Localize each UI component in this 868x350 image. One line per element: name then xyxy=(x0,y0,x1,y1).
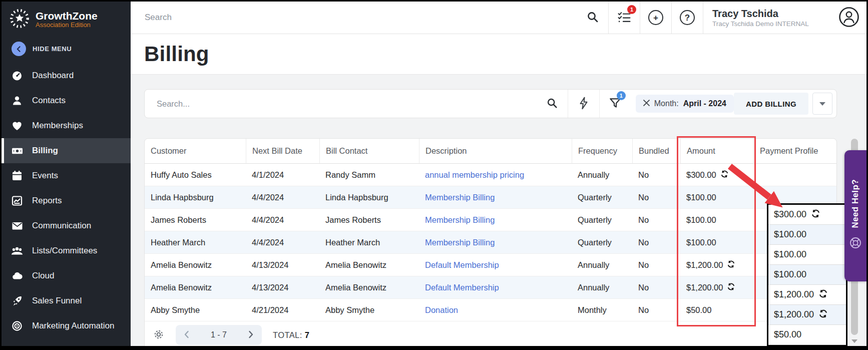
sidebar-item-marketing-automation[interactable]: Marketing Automation xyxy=(2,313,131,338)
next-bill-date-cell: 4/13/2024 xyxy=(246,254,319,276)
description-link[interactable]: Donation xyxy=(425,305,458,315)
callout-amount-row: $50.00 xyxy=(768,325,846,345)
column-header-payment-profile[interactable]: Payment Profile xyxy=(753,139,836,163)
recurring-icon xyxy=(811,209,820,221)
column-header-bill-contact[interactable]: Bill Contact xyxy=(319,139,419,163)
remove-filter-button[interactable] xyxy=(643,100,650,108)
description-link[interactable]: annual membership pricing xyxy=(425,170,524,180)
frequency-cell: Annually xyxy=(572,164,632,186)
frequency-cell: Quarterly xyxy=(572,209,632,231)
filters-button[interactable]: 1 xyxy=(600,90,631,118)
previous-page-button[interactable] xyxy=(183,330,191,340)
frequency-cell: Annually xyxy=(572,254,632,276)
user-menu[interactable]: Tracy Tschida Tracy Tschida Demo INTERNA… xyxy=(703,8,838,28)
chevron-left-icon xyxy=(12,42,26,56)
table-settings-button[interactable] xyxy=(153,328,165,342)
sidebar-item-label: Reports xyxy=(32,196,62,206)
amount-cell: $100.00 xyxy=(680,186,753,208)
frequency-cell: Quarterly xyxy=(572,231,632,253)
column-header-customer[interactable]: Customer xyxy=(145,139,246,163)
bundled-cell: No xyxy=(632,209,680,231)
bundled-cell: No xyxy=(632,276,680,298)
recurring-icon xyxy=(727,260,735,270)
description-link[interactable]: Default Membership xyxy=(425,283,499,292)
search-icon xyxy=(546,97,558,111)
hide-menu-button[interactable]: HIDE MENU xyxy=(2,36,131,60)
user-name: Tracy Tschida xyxy=(712,8,828,20)
amount-cell: $300.00 xyxy=(680,164,753,186)
amount-value: $50.00 xyxy=(774,329,801,340)
customer-cell: Linda Hapbsburg xyxy=(145,186,246,208)
bundled-cell: No xyxy=(632,231,680,253)
description-link[interactable]: Default Membership xyxy=(425,260,499,270)
amount-value: $100.00 xyxy=(774,249,806,260)
sidebar-item-communication[interactable]: Communication xyxy=(2,213,131,238)
brand: GrowthZone Association Edition xyxy=(2,2,131,36)
total-count: TOTAL: 7 xyxy=(273,330,309,340)
bundled-cell: No xyxy=(632,254,680,276)
need-help-tab[interactable]: Need Help? xyxy=(844,150,866,281)
column-header-description[interactable]: Description xyxy=(419,139,572,163)
sidebar-item-label: Events xyxy=(32,171,58,181)
next-page-button[interactable] xyxy=(247,330,255,340)
add-billing-button[interactable]: ADD BILLING xyxy=(734,93,808,115)
add-billing-dropdown-button[interactable] xyxy=(812,93,832,115)
payment-profile-cell xyxy=(753,164,836,186)
table-search-input[interactable] xyxy=(145,99,537,109)
sidebar-item-events[interactable]: Events xyxy=(2,163,131,188)
bill-contact-cell: Randy Samm xyxy=(319,164,419,186)
avatar-button[interactable] xyxy=(838,7,859,29)
global-search-button[interactable] xyxy=(577,2,608,34)
amount-value: $100.00 xyxy=(686,238,716,247)
column-header-bundled[interactable]: Bundled xyxy=(632,139,680,163)
quick-add-button[interactable]: + xyxy=(640,2,671,34)
description-link[interactable]: Membership Billing xyxy=(425,193,495,202)
help-button[interactable]: ? xyxy=(672,2,703,34)
description-link[interactable]: Membership Billing xyxy=(425,215,495,225)
rocket-icon xyxy=(11,295,24,307)
user-account: Tracy Tschida Demo INTERNAL xyxy=(712,20,828,28)
table-search-button[interactable] xyxy=(537,90,568,118)
sidebar-item-cloud[interactable]: Cloud xyxy=(2,263,131,288)
column-header-frequency[interactable]: Frequency xyxy=(572,139,632,163)
callout-amount-row: $100.00 xyxy=(768,245,846,265)
tasks-button[interactable]: 1 xyxy=(609,2,640,34)
sidebar-item-sales-funnel[interactable]: Sales Funnel xyxy=(2,288,131,313)
global-search-input[interactable] xyxy=(131,13,577,23)
quick-actions-button[interactable] xyxy=(568,90,599,118)
sidebar-item-lists-committees[interactable]: Lists/Committees xyxy=(2,238,131,263)
amount-value: $1,200.00 xyxy=(686,283,723,292)
sidebar-item-dashboard[interactable]: Dashboard xyxy=(2,63,131,88)
description-link[interactable]: Membership Billing xyxy=(425,238,495,247)
sidebar-item-label: Cloud xyxy=(32,271,54,281)
column-header-next-bill-date[interactable]: Next Bill Date xyxy=(246,139,319,163)
frequency-cell: Monthly xyxy=(572,299,632,321)
next-bill-date-cell: 4/4/2024 xyxy=(246,186,319,208)
amount-value: $300.00 xyxy=(686,170,716,180)
bill-contact-cell: Amelia Benowitz xyxy=(319,276,419,298)
sidebar-item-contacts[interactable]: Contacts xyxy=(2,88,131,113)
gear-icon xyxy=(153,328,165,342)
customer-cell: Heather March xyxy=(145,231,246,253)
callout-amount-row: $1,200.00 xyxy=(768,305,846,325)
column-header-amount[interactable]: Amount xyxy=(680,139,753,163)
recurring-icon xyxy=(727,282,735,293)
plus-circle-icon: + xyxy=(648,10,663,25)
pagination-range: 1 - 7 xyxy=(211,330,227,339)
table-header-row: Customer Next Bill Date Bill Contact Des… xyxy=(145,139,836,164)
amount-cell: $1,200.00 xyxy=(680,254,753,276)
filter-count-badge: 1 xyxy=(617,91,626,100)
app-window: GrowthZone Association Edition HIDE MENU… xyxy=(0,0,868,350)
brand-edition: Association Edition xyxy=(36,22,98,29)
sidebar-item-reports[interactable]: Reports xyxy=(2,188,131,213)
calendar-icon xyxy=(11,170,24,182)
question-circle-icon: ? xyxy=(680,10,695,25)
sidebar-item-memberships[interactable]: Memberships xyxy=(2,113,131,138)
bill-contact-cell: Linda Hapbsburg xyxy=(319,186,419,208)
amount-value: $1,200.00 xyxy=(686,260,723,270)
lightning-icon xyxy=(579,97,589,111)
total-label: TOTAL: xyxy=(273,330,302,339)
sidebar-item-billing[interactable]: Billing xyxy=(2,138,131,163)
scrollbar-down-arrow[interactable] xyxy=(851,338,857,344)
table-footer: 1 - 7 TOTAL: 7 xyxy=(145,321,836,348)
